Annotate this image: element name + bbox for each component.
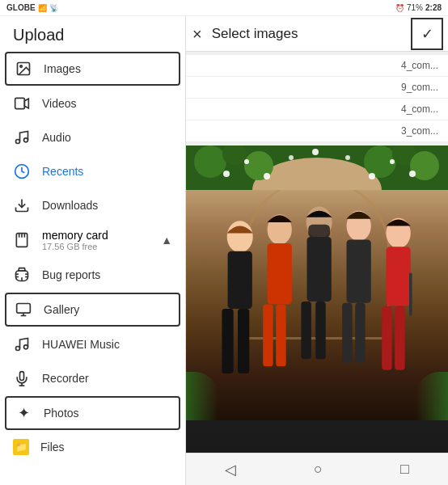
right-panel-header: × Select images ✓ xyxy=(186,16,448,52)
select-images-title: Select images xyxy=(212,26,298,42)
status-right: ⏰ 71% 2:28 xyxy=(395,3,442,12)
svg-point-1 xyxy=(20,65,22,68)
bottom-navigation: ◁ ○ □ xyxy=(186,453,448,485)
recorder-label: Recorder xyxy=(42,372,172,385)
photos-label: Photos xyxy=(44,407,171,420)
file-list-right: 4_com... 9_com... 4_com... 3_com... xyxy=(186,52,448,146)
recents-label: Recents xyxy=(42,165,172,178)
close-button[interactable]: × xyxy=(192,26,202,42)
right-panel: × Select images ✓ 4_com... 9_com... 4_co… xyxy=(186,16,448,485)
sidebar-item-bug-reports[interactable]: Bug reports xyxy=(0,258,185,292)
sidebar-item-huawei-music[interactable]: HUAWEI Music xyxy=(0,327,185,361)
sidebar-item-images[interactable]: Images xyxy=(5,52,180,86)
svg-point-33 xyxy=(289,155,294,160)
svg-point-37 xyxy=(409,171,416,177)
upload-drawer: Upload Images xyxy=(0,16,186,485)
sidebar-item-downloads[interactable]: Downloads xyxy=(0,188,185,222)
confirm-button[interactable]: ✓ xyxy=(412,19,442,48)
sidebar-item-gallery[interactable]: Gallery xyxy=(5,293,180,327)
sidebar-item-photos[interactable]: ✦ Photos xyxy=(5,396,180,430)
signal-icon: 📶 xyxy=(38,4,47,12)
list-item[interactable]: 4_com... xyxy=(186,55,448,77)
photo-display-area xyxy=(186,146,448,453)
sidebar-item-recents[interactable]: Recents xyxy=(0,154,185,188)
svg-point-24 xyxy=(194,146,226,178)
eject-icon: ▲ xyxy=(161,234,172,247)
svg-rect-50 xyxy=(301,302,311,359)
files-label: Files xyxy=(40,441,172,453)
upload-title: Upload xyxy=(0,16,185,51)
memory-card-icon xyxy=(13,231,31,249)
bug-icon xyxy=(13,266,31,284)
svg-point-19 xyxy=(24,345,28,349)
svg-point-38 xyxy=(312,149,319,155)
svg-point-35 xyxy=(369,173,375,179)
videos-label: Videos xyxy=(42,97,172,110)
svg-rect-60 xyxy=(409,272,412,315)
memory-card-sublabel: 17.56 GB free xyxy=(42,242,150,251)
svg-marker-3 xyxy=(24,99,28,108)
huawei-music-label: HUAWEI Music xyxy=(42,338,172,351)
wifi-icon: 📡 xyxy=(49,4,58,12)
files-icon: 📁 xyxy=(13,439,29,455)
memory-card-label: memory card xyxy=(42,229,150,242)
photos-icon: ✦ xyxy=(15,404,32,422)
svg-rect-53 xyxy=(347,239,371,302)
home-button[interactable]: ○ xyxy=(298,456,339,483)
svg-rect-17 xyxy=(17,304,31,314)
svg-rect-44 xyxy=(268,243,292,305)
gallery-icon xyxy=(15,301,32,318)
bug-reports-label: Bug reports xyxy=(42,268,172,281)
svg-rect-40 xyxy=(228,251,252,309)
svg-point-5 xyxy=(24,138,28,142)
time-text: 2:28 xyxy=(425,3,442,12)
recent-apps-button[interactable]: □ xyxy=(384,456,425,483)
svg-point-31 xyxy=(244,159,249,164)
sidebar-item-memory-card[interactable]: memory card 17.56 GB free ▲ xyxy=(0,222,185,258)
image-icon xyxy=(15,60,32,78)
svg-point-32 xyxy=(264,173,270,179)
list-item[interactable]: 3_com... xyxy=(186,120,448,142)
audio-label: Audio xyxy=(42,131,172,144)
svg-rect-59 xyxy=(395,306,404,369)
list-item[interactable]: 4_com... xyxy=(186,99,448,120)
svg-rect-48 xyxy=(308,225,330,238)
svg-rect-2 xyxy=(15,98,25,108)
svg-rect-46 xyxy=(276,305,285,367)
svg-point-39 xyxy=(227,221,253,252)
sidebar-item-files[interactable]: 📁 Files xyxy=(0,431,185,463)
sidebar-item-audio[interactable]: Audio xyxy=(0,120,185,154)
checkmark-icon: ✓ xyxy=(421,25,433,43)
battery-text: 71% xyxy=(407,3,423,12)
list-item[interactable]: 9_com... xyxy=(186,77,448,99)
carrier-text: GLOBE xyxy=(6,3,36,12)
status-bar: GLOBE 📶 📡 ⏰ 71% 2:28 xyxy=(0,0,448,16)
svg-point-4 xyxy=(16,140,20,144)
clock-icon xyxy=(13,162,31,180)
download-icon xyxy=(13,196,31,214)
back-button[interactable]: ◁ xyxy=(209,456,252,483)
svg-point-30 xyxy=(223,171,230,177)
svg-rect-49 xyxy=(307,237,332,302)
svg-point-36 xyxy=(390,159,395,164)
mic-icon xyxy=(13,369,31,387)
audio-icon xyxy=(13,129,31,146)
svg-point-18 xyxy=(16,347,20,351)
images-label: Images xyxy=(44,62,171,75)
alarm-icon: ⏰ xyxy=(395,4,404,12)
gallery-label: Gallery xyxy=(44,303,171,316)
svg-point-34 xyxy=(345,155,350,160)
svg-rect-51 xyxy=(315,302,325,359)
downloads-label: Downloads xyxy=(42,199,172,212)
svg-rect-45 xyxy=(263,305,273,367)
svg-rect-42 xyxy=(238,309,249,373)
svg-rect-55 xyxy=(355,303,365,363)
video-icon xyxy=(13,95,31,112)
svg-rect-57 xyxy=(387,247,411,306)
svg-rect-54 xyxy=(342,303,352,363)
memory-card-text: memory card 17.56 GB free xyxy=(42,229,150,251)
sidebar-item-videos[interactable]: Videos xyxy=(0,86,185,120)
sidebar-item-recorder[interactable]: Recorder xyxy=(0,361,185,395)
menu-list: Images Videos xyxy=(0,51,185,485)
status-left: GLOBE 📶 📡 xyxy=(6,3,58,12)
